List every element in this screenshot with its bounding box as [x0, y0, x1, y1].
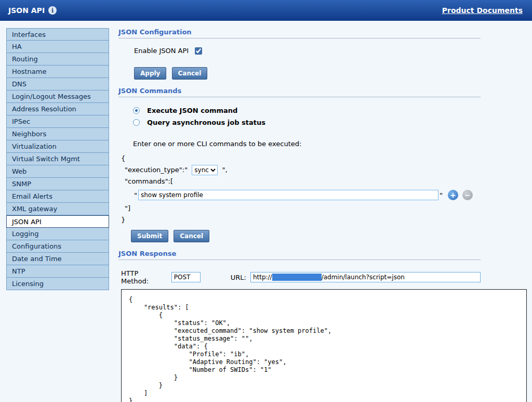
sidebar-item-virtual-switch-mgmt[interactable]: Virtual Switch Mgmt — [6, 153, 109, 165]
commands-cancel-button[interactable]: Cancel — [174, 230, 209, 242]
app-header: JSON API i Product Documents — [0, 0, 532, 21]
http-method-input[interactable] — [171, 272, 201, 282]
enable-json-api-checkbox[interactable] — [195, 47, 202, 55]
execution-type-prefix: "execution_type":" — [125, 166, 188, 174]
sidebar-item-address-resolution[interactable]: Address Resolution — [6, 103, 109, 115]
sidebar-item-routing[interactable]: Routing — [6, 53, 109, 66]
main-content: JSON Configuration Enable JSON API Apply… — [109, 28, 532, 402]
json-commands-section: JSON Commands Execute JSON command Query… — [118, 87, 481, 242]
sidebar-item-virtualization[interactable]: Virtualization — [6, 140, 109, 153]
sidebar-item-date-and-time[interactable]: Date and Time — [6, 253, 109, 265]
redacted-host-block — [272, 274, 322, 281]
sidebar-item-licensing[interactable]: Licensing — [6, 278, 109, 290]
sidebar-item-web[interactable]: Web — [6, 165, 109, 178]
sidebar-item-hostname[interactable]: Hostname — [6, 66, 109, 78]
sidebar-item-json-api[interactable]: JSON API — [6, 215, 109, 228]
code-open-brace: { — [121, 153, 481, 164]
cli-commands-instruction: Enter one or more CLI commands to be exe… — [133, 140, 481, 148]
config-cancel-button[interactable]: Cancel — [172, 67, 208, 80]
code-close-bracket: "] — [125, 203, 481, 214]
command-close-quote: " — [440, 191, 443, 199]
json-command-form: { "execution_type":" sync ", "commands":… — [118, 153, 481, 226]
sidebar-item-neighbors[interactable]: Neighbors — [6, 128, 109, 140]
info-icon[interactable]: i — [48, 6, 57, 15]
sidebar-item-ha[interactable]: HA — [6, 41, 109, 53]
apply-button[interactable]: Apply — [134, 67, 166, 80]
url-prefix: http:// — [253, 274, 272, 281]
command-open-quote: " — [134, 191, 137, 199]
query-async-job-label: Query asynchronous job status — [147, 119, 265, 126]
sidebar-item-configurations[interactable]: Configurations — [6, 240, 109, 253]
section-title-json-configuration: JSON Configuration — [118, 28, 481, 38]
sidebar-item-xml-gateway[interactable]: XML gateway — [6, 203, 109, 215]
commands-prefix: "commands":[ — [125, 176, 481, 187]
sidebar: InterfacesHARoutingHostnameDNSLogin/Logo… — [6, 28, 109, 290]
sidebar-item-ntp[interactable]: NTP — [6, 265, 109, 278]
sidebar-item-dns[interactable]: DNS — [6, 78, 109, 90]
execute-json-command-option: Execute JSON command — [133, 105, 481, 116]
cli-command-input[interactable] — [138, 190, 438, 200]
url-label: URL: — [231, 274, 246, 281]
add-command-button[interactable]: + — [448, 190, 458, 200]
sidebar-item-ipsec[interactable]: IPSec — [6, 115, 109, 128]
json-response-section: JSON Response HTTP Method: URL: http:// … — [118, 250, 481, 402]
execute-json-command-radio[interactable] — [133, 107, 140, 114]
json-response-text: { "results": [ { "status": "OK", "execut… — [122, 290, 526, 402]
url-suffix: /admin/launch?script=json — [322, 274, 405, 281]
section-title-json-commands: JSON Commands — [118, 87, 481, 97]
remove-command-button[interactable]: − — [462, 190, 473, 200]
sidebar-item-snmp[interactable]: SNMP — [6, 178, 109, 190]
execution-type-select[interactable]: sync — [192, 165, 218, 175]
url-input[interactable]: http:// /admin/launch?script=json — [250, 272, 481, 282]
page-title: JSON API — [8, 6, 45, 15]
json-response-output[interactable]: { "results": [ { "status": "OK", "execut… — [121, 289, 527, 402]
sidebar-item-interfaces[interactable]: Interfaces — [6, 28, 109, 41]
enable-json-api-label: Enable JSON API — [134, 47, 189, 55]
section-title-json-response: JSON Response — [118, 250, 481, 260]
submit-button[interactable]: Submit — [131, 230, 168, 242]
json-configuration-section: JSON Configuration Enable JSON API Apply… — [118, 28, 481, 80]
execution-type-suffix: ", — [222, 166, 228, 174]
sidebar-item-login-logout-messages[interactable]: Login/Logout Messages — [6, 90, 109, 103]
execute-json-command-label: Execute JSON command — [147, 107, 237, 114]
http-method-label: HTTP Method: — [121, 269, 167, 285]
sidebar-item-logging[interactable]: Logging — [6, 228, 109, 240]
sidebar-item-email-alerts[interactable]: Email Alerts — [6, 190, 109, 203]
code-close-brace: } — [121, 214, 481, 226]
query-async-job-radio[interactable] — [133, 119, 140, 126]
product-documents-link[interactable]: Product Documents — [442, 6, 523, 15]
query-async-job-option: Query asynchronous job status — [133, 116, 481, 128]
